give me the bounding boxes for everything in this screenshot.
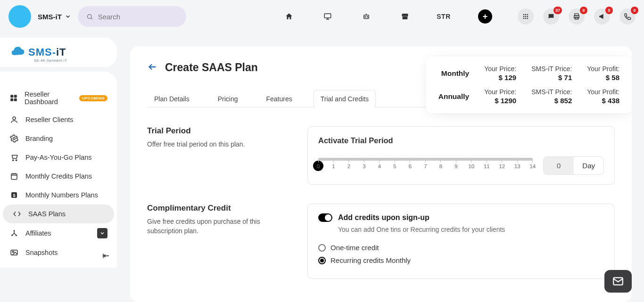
- search-box[interactable]: [78, 6, 186, 27]
- collapse-sidebar-button[interactable]: [102, 252, 110, 262]
- chat-icon[interactable]: 37: [543, 8, 559, 24]
- top-nav-icons: STR +: [285, 9, 492, 24]
- sidebar: Reseller Dashboard UPCOMING Reseller Cli…: [0, 72, 117, 268]
- monitor-icon[interactable]: [323, 12, 332, 21]
- svg-rect-38: [11, 250, 17, 255]
- support-mail-button[interactable]: [604, 270, 632, 293]
- trial-card-title: Activate Trial Period: [318, 136, 604, 145]
- cart-icon: [9, 153, 19, 162]
- logo-tagline: SE-Mi Sentient iT: [34, 58, 67, 63]
- trial-value-box: 0 Day: [543, 156, 604, 175]
- expand-toggle[interactable]: [97, 228, 107, 238]
- user-icon: [9, 115, 19, 124]
- store-icon[interactable]: [401, 12, 409, 21]
- main-panel: Create SAAS Plan Monthly Your Price:$ 12…: [130, 46, 632, 302]
- sidebar-item-saas-plans[interactable]: SAAS Plans: [3, 204, 114, 223]
- svg-point-39: [12, 251, 14, 253]
- robot-icon[interactable]: [362, 12, 371, 21]
- sidebar-item-branding[interactable]: Branding: [0, 129, 117, 148]
- cloud-icon: [9, 47, 25, 58]
- section-trial-period: Trial Period Offer free trial period on …: [147, 126, 615, 185]
- credit-toggle-sub: You can add One tins or Recurring credit…: [338, 226, 604, 233]
- row-monthly-label: Monthly: [438, 69, 469, 78]
- chevron-down-icon: [65, 13, 71, 20]
- svg-point-12: [523, 16, 525, 17]
- sidebar-item-snapshots[interactable]: Snapshots: [0, 243, 117, 262]
- svg-rect-23: [10, 98, 13, 101]
- trial-unit: Day: [574, 157, 603, 174]
- svg-point-25: [13, 117, 16, 120]
- dollar-icon: $: [9, 190, 19, 200]
- trial-desc: Offer free trial period on this plan.: [147, 139, 289, 149]
- megaphone-icon[interactable]: 0: [594, 8, 610, 24]
- svg-point-0: [87, 14, 91, 18]
- phone-icon[interactable]: 0: [619, 8, 636, 24]
- sidebar-item-reseller-clients[interactable]: Reseller Clients: [0, 110, 117, 129]
- calendar-icon: [9, 171, 19, 181]
- section-complimentary-credit: Complimentary Credit Give free credits u…: [147, 204, 615, 279]
- tab-features[interactable]: Features: [259, 90, 299, 107]
- slider-ticks: 01234567891011121314: [318, 163, 533, 169]
- sidebar-item-label: Monthly Credits Plans: [25, 172, 92, 180]
- user-avatar[interactable]: [8, 5, 31, 28]
- phone-badge: 0: [631, 7, 638, 14]
- upcoming-tag: UPCOMING: [79, 95, 107, 101]
- chat-badge: 37: [553, 7, 562, 14]
- sidebar-item-label: Reseller Dashboard: [25, 90, 73, 106]
- svg-rect-22: [14, 95, 17, 98]
- search-icon: [86, 13, 93, 21]
- svg-rect-2: [324, 14, 331, 18]
- svg-rect-29: [11, 174, 17, 180]
- sidebar-item-affiliates[interactable]: Affiliates: [0, 223, 117, 243]
- sidebar-item-label: Affiliates: [25, 229, 51, 237]
- sidebar-item-label: Pay-As-You-Go Plans: [25, 154, 92, 161]
- credit-desc: Give free credits upon purchase of this …: [147, 217, 289, 236]
- tab-pricing[interactable]: Pricing: [211, 90, 245, 107]
- code-icon: [12, 209, 22, 219]
- add-button[interactable]: +: [478, 9, 492, 24]
- sidebar-item-label: Snapshots: [25, 249, 58, 256]
- sidebar-item-label: Reseller Clients: [25, 116, 74, 123]
- tab-plan-details[interactable]: Plan Details: [147, 90, 197, 107]
- svg-point-13: [525, 16, 527, 17]
- svg-rect-21: [10, 95, 13, 98]
- back-button[interactable]: [147, 62, 157, 74]
- svg-text:$: $: [13, 193, 15, 198]
- dashboard-icon: [9, 93, 18, 103]
- home-icon[interactable]: [285, 12, 293, 21]
- svg-point-10: [525, 14, 527, 16]
- tab-trial-credits[interactable]: Trial and Credits: [314, 90, 376, 107]
- apps-grid-icon[interactable]: [518, 8, 534, 24]
- trial-card: Activate Trial Period 012345678910111213…: [307, 126, 615, 185]
- nav-str-link[interactable]: STR: [439, 12, 448, 21]
- sidebar-item-monthly-credits[interactable]: Monthly Credits Plans: [0, 167, 117, 186]
- svg-point-17: [527, 18, 528, 19]
- page-title: Create SAAS Plan: [165, 61, 258, 74]
- svg-point-26: [13, 138, 16, 140]
- credit-header: Complimentary Credit: [147, 204, 289, 213]
- trial-slider[interactable]: 01234567891011121314: [318, 158, 533, 174]
- promo-badge: 0: [605, 7, 613, 14]
- gear-icon: [9, 134, 19, 143]
- trial-value[interactable]: 0: [544, 157, 574, 174]
- radio-recurring[interactable]: Recurring credits Monthly: [318, 256, 604, 264]
- svg-point-35: [14, 230, 15, 231]
- radio-one-time[interactable]: One-time credit: [318, 244, 604, 252]
- logo-card: SMS-iT SE-Mi Sentient iT: [0, 38, 117, 67]
- print-icon[interactable]: 0: [569, 8, 585, 24]
- svg-rect-24: [14, 98, 17, 101]
- sidebar-item-monthly-numbers[interactable]: $ Monthly Numbers Plans: [0, 186, 117, 204]
- sidebar-item-reseller-dashboard[interactable]: Reseller Dashboard UPCOMING: [0, 86, 117, 110]
- trial-slider-row: 01234567891011121314 0 Day: [318, 156, 604, 175]
- price-summary-card: Monthly Your Price:$ 129 SMS-iT Price:$ …: [426, 57, 632, 113]
- credit-toggle[interactable]: [318, 213, 332, 222]
- svg-point-27: [13, 160, 14, 161]
- topbar-right-icons: 37 0 0 0: [518, 8, 636, 24]
- affiliates-icon: [9, 229, 19, 238]
- svg-point-6: [365, 16, 366, 17]
- search-input[interactable]: [98, 13, 178, 21]
- brand-dropdown[interactable]: SMS-iT: [38, 13, 71, 21]
- radio-icon: [318, 257, 326, 264]
- sidebar-item-payg-plans[interactable]: Pay-As-You-Go Plans: [0, 148, 117, 167]
- trial-header: Trial Period: [147, 126, 289, 136]
